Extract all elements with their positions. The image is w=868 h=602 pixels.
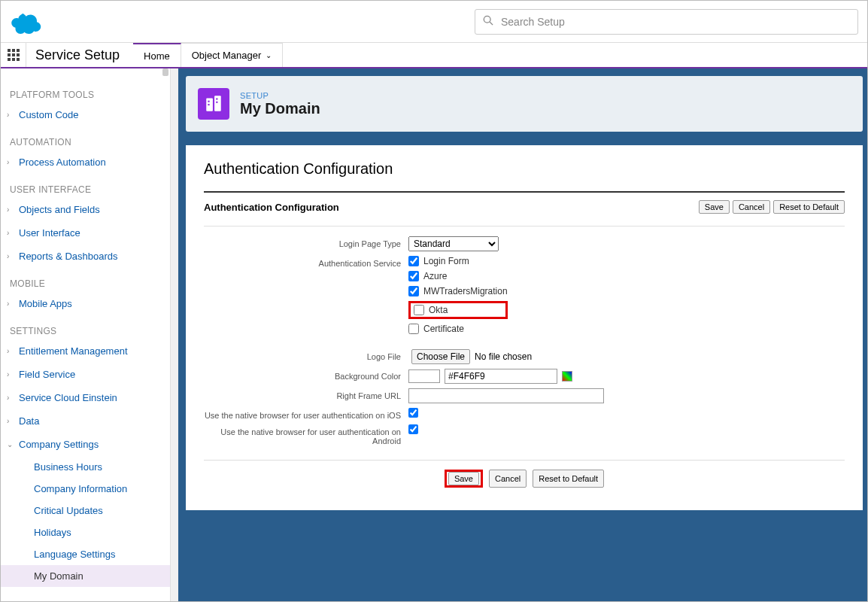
chevron-right-icon: ›: [7, 417, 9, 425]
tab-home[interactable]: Home: [133, 43, 181, 67]
label-logo-file: Logo File: [204, 349, 408, 361]
sidebar-group-settings: SETTINGS: [1, 323, 170, 339]
breadcrumb: SETUP: [240, 91, 320, 100]
sidebar-sub-language-settings[interactable]: Language Settings: [1, 543, 170, 565]
sidebar-item-service-cloud-einstein[interactable]: ›Service Cloud Einstein: [1, 386, 170, 409]
label-native-android: Use the native browser for user authenti…: [204, 424, 408, 445]
sidebar-sub-my-domain[interactable]: My Domain: [1, 565, 170, 587]
highlight-okta: Okta: [408, 301, 508, 319]
sidebar-item-entitlement-management[interactable]: ›Entitlement Management: [1, 339, 170, 363]
svg-rect-7: [216, 102, 217, 103]
label-bg-color: Background Color: [204, 369, 408, 381]
auth-service-certificate[interactable]: Certificate: [408, 324, 508, 334]
login-page-type-select[interactable]: Standard: [408, 236, 499, 251]
color-preview: [408, 369, 440, 383]
label-login-page-type: Login Page Type: [204, 236, 408, 248]
app-title: Service Setup: [26, 43, 133, 67]
section-heading: Authentication Configuration: [204, 160, 845, 178]
native-ios-checkbox[interactable]: [408, 408, 418, 418]
reset-button-top[interactable]: Reset to Default: [773, 200, 845, 214]
chevron-down-icon: ⌄: [7, 440, 13, 448]
label-right-frame-url: Right Frame URL: [204, 388, 408, 400]
svg-rect-5: [208, 104, 209, 105]
search-setup-field[interactable]: [475, 9, 858, 35]
auth-service-azure[interactable]: Azure: [408, 271, 508, 281]
search-input[interactable]: [501, 16, 850, 28]
sidebar-sub-holidays[interactable]: Holidays: [1, 521, 170, 543]
svg-rect-3: [214, 96, 221, 111]
label-native-ios: Use the native browser for user authenti…: [204, 408, 408, 420]
sidebar-item-reports-dashboards[interactable]: ›Reports & Dashboards: [1, 245, 170, 268]
scrollbar-track[interactable]: [171, 68, 178, 601]
right-frame-url-input[interactable]: [408, 388, 604, 403]
logo-file-status: No file chosen: [475, 351, 532, 362]
content-card: Authentication Configuration Authenticat…: [186, 145, 863, 510]
auth-service-login-form[interactable]: Login Form: [408, 256, 508, 266]
topbar: [1, 1, 867, 43]
reset-button-bottom[interactable]: Reset to Default: [533, 470, 604, 488]
sidebar-group-platform-tools: PLATFORM TOOLS: [1, 87, 170, 103]
sidebar-group-mobile: MOBILE: [1, 275, 170, 292]
sidebar-item-mobile-apps[interactable]: ›Mobile Apps: [1, 292, 170, 315]
sidebar-group-automation: AUTOMATION: [1, 134, 170, 150]
checkbox[interactable]: [408, 286, 419, 296]
chevron-right-icon: ›: [7, 158, 9, 166]
app-launcher-icon[interactable]: [1, 43, 26, 67]
checkbox[interactable]: [408, 271, 419, 281]
sidebar-group-user-interface: USER INTERFACE: [1, 181, 170, 198]
sidebar-item-field-service[interactable]: ›Field Service: [1, 363, 170, 386]
auth-service-okta[interactable]: Okta: [412, 303, 469, 317]
sidebar-item-process-automation[interactable]: ›Process Automation: [1, 150, 170, 174]
chevron-right-icon: ›: [7, 370, 9, 379]
sidebar-item-user-interface[interactable]: ›User Interface: [1, 221, 170, 245]
svg-rect-4: [208, 101, 209, 102]
page-header: SETUP My Domain: [186, 76, 863, 132]
svg-point-0: [484, 16, 490, 23]
sidebar-item-custom-code[interactable]: ›Custom Code: [1, 103, 170, 126]
checkbox[interactable]: [408, 324, 419, 334]
native-android-checkbox[interactable]: [408, 424, 418, 434]
setup-sidebar: PLATFORM TOOLS ›Custom Code AUTOMATION ›…: [1, 68, 171, 601]
search-icon: [483, 15, 501, 29]
highlight-save: Save: [445, 470, 483, 488]
label-auth-service: Authentication Service: [204, 256, 408, 268]
auth-service-mwtraders[interactable]: MWTradersMigration: [408, 286, 508, 296]
chevron-right-icon: ›: [7, 299, 9, 308]
cancel-button-bottom[interactable]: Cancel: [489, 470, 527, 488]
bg-color-input[interactable]: [445, 369, 557, 384]
choose-file-button[interactable]: Choose File: [411, 349, 470, 364]
chevron-right-icon: ›: [7, 205, 9, 214]
sidebar-item-company-settings[interactable]: ⌄Company Settings: [1, 433, 170, 456]
sidebar-sub-critical-updates[interactable]: Critical Updates: [1, 500, 170, 521]
chevron-right-icon: ›: [7, 229, 9, 237]
chevron-right-icon: ›: [7, 111, 9, 119]
scroll-indicator: [162, 68, 168, 76]
chevron-down-icon: ⌄: [266, 51, 272, 59]
main-area: SETUP My Domain Authentication Configura…: [178, 68, 867, 601]
sidebar-sub-company-information[interactable]: Company Information: [1, 478, 170, 500]
save-button-top[interactable]: Save: [699, 200, 730, 214]
page-title: My Domain: [240, 100, 320, 117]
chevron-right-icon: ›: [7, 347, 9, 355]
salesforce-cloud-icon: [10, 7, 46, 37]
svg-rect-6: [216, 98, 217, 99]
sidebar-item-objects-and-fields[interactable]: ›Objects and Fields: [1, 198, 170, 221]
subsection-title: Authentication Configuration: [204, 202, 696, 213]
sidebar-item-data[interactable]: ›Data: [1, 409, 170, 433]
checkbox[interactable]: [408, 256, 419, 266]
svg-line-1: [490, 22, 493, 25]
chevron-right-icon: ›: [7, 252, 9, 260]
buildings-icon: [198, 88, 229, 120]
cancel-button-top[interactable]: Cancel: [733, 200, 770, 214]
checkbox[interactable]: [414, 305, 424, 315]
chevron-right-icon: ›: [7, 394, 9, 402]
tab-object-manager[interactable]: Object Manager ⌄: [181, 43, 284, 67]
save-button-bottom[interactable]: Save: [448, 472, 479, 485]
sidebar-sub-business-hours[interactable]: Business Hours: [1, 456, 170, 478]
color-picker-icon[interactable]: [562, 371, 572, 382]
tabbar: Service Setup Home Object Manager ⌄: [1, 43, 867, 68]
